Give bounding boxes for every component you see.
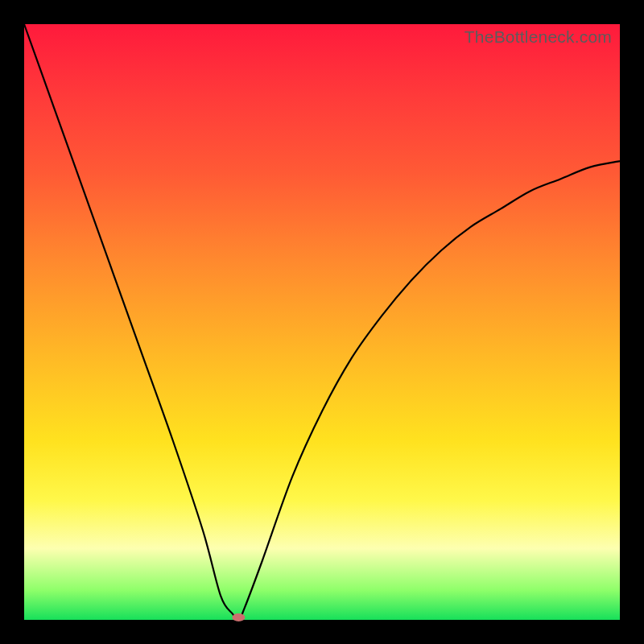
plot-area: TheBottleneck.com (24, 24, 620, 620)
optimal-point-marker (232, 613, 245, 621)
curve-path (24, 24, 620, 620)
chart-frame: TheBottleneck.com (0, 0, 644, 644)
bottleneck-curve (24, 24, 620, 620)
